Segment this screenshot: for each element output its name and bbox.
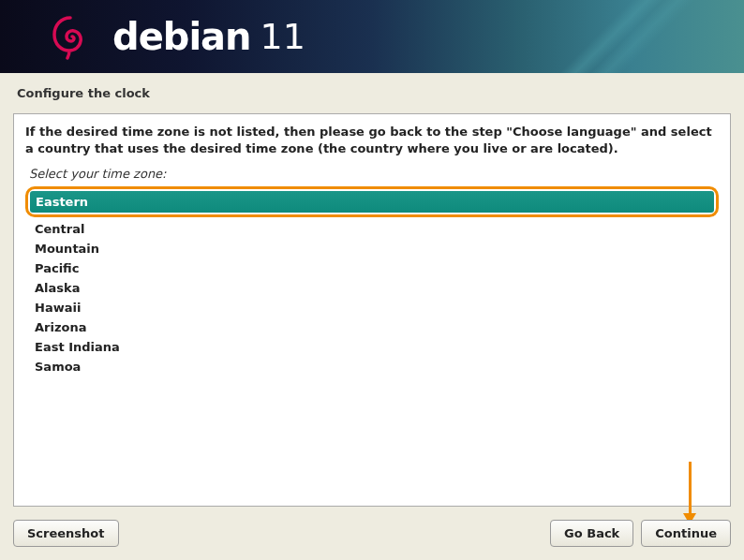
page-title: Configure the clock — [0, 73, 744, 106]
timezone-option-central[interactable]: Central — [25, 219, 719, 239]
button-bar: Screenshot Go Back Continue — [13, 520, 731, 547]
timezone-listbox-rest[interactable]: Central Mountain Pacific Alaska Hawaii A… — [25, 217, 719, 378]
timezone-option-east-indiana[interactable]: East Indiana — [25, 337, 719, 357]
brand-name: debian — [112, 15, 251, 58]
timezone-option-samoa[interactable]: Samoa — [25, 357, 719, 376]
right-button-group: Go Back Continue — [550, 520, 731, 547]
installer-header: debian 11 — [0, 0, 744, 73]
prompt-label: Select your time zone: — [29, 167, 719, 181]
go-back-button[interactable]: Go Back — [550, 520, 633, 547]
version-number: 11 — [260, 16, 305, 57]
content-panel: If the desired time zone is not listed, … — [13, 113, 731, 507]
continue-button[interactable]: Continue — [641, 520, 731, 547]
instruction-text: If the desired time zone is not listed, … — [25, 124, 719, 157]
timezone-option-hawaii[interactable]: Hawaii — [25, 298, 719, 317]
debian-swirl-icon — [47, 13, 94, 60]
screenshot-button[interactable]: Screenshot — [13, 520, 119, 547]
timezone-option-pacific[interactable]: Pacific — [25, 258, 719, 278]
timezone-option-arizona[interactable]: Arizona — [25, 317, 719, 337]
left-button-group: Screenshot — [13, 520, 119, 547]
timezone-listbox[interactable]: Eastern — [30, 191, 714, 213]
selected-highlight-annotation: Eastern — [25, 186, 719, 217]
timezone-option-mountain[interactable]: Mountain — [25, 239, 719, 258]
timezone-option-eastern[interactable]: Eastern — [30, 191, 714, 213]
timezone-option-alaska[interactable]: Alaska — [25, 278, 719, 298]
